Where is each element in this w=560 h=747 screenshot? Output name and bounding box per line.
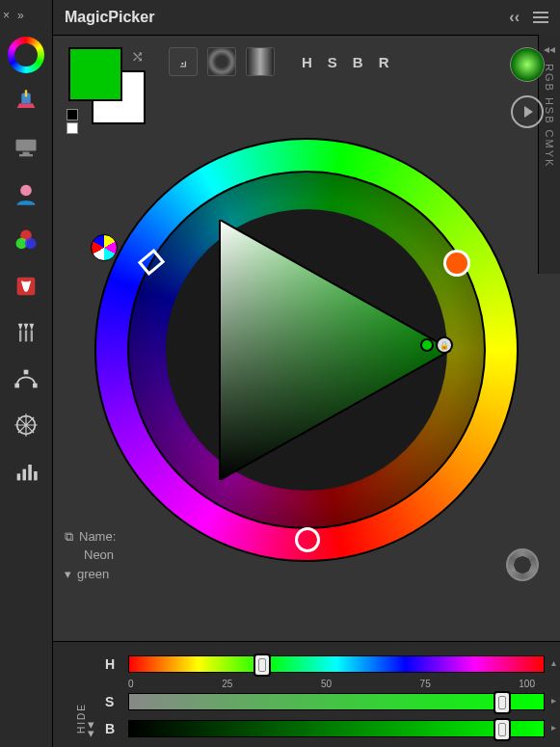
svg-rect-3 (19, 154, 33, 156)
color-scheme-pie-icon[interactable] (91, 234, 118, 261)
hue-slider[interactable] (128, 655, 545, 673)
slider-panel: HIDE ▾▾ H ▴ 0255075100 S ▸ B (53, 641, 560, 747)
color-name-1: Neon (65, 546, 116, 565)
hide-arrows-icon[interactable]: ▾▾ (88, 720, 94, 737)
mode-s-button[interactable]: S (328, 54, 337, 70)
svg-marker-21 (220, 220, 451, 480)
collapse-name-icon[interactable]: ▾ (65, 565, 71, 584)
rgb-circles-icon[interactable] (6, 220, 46, 260)
svg-point-7 (25, 238, 37, 250)
sb-triangle[interactable] (162, 220, 451, 480)
svg-rect-12 (14, 384, 19, 388)
hue-handle[interactable] (253, 654, 271, 677)
wheel-bottom-marker[interactable] (295, 527, 320, 552)
slider-ticks: 0255075100 (128, 679, 545, 689)
svg-rect-13 (33, 384, 38, 388)
lock-icon[interactable]: 🔒 (420, 336, 453, 354)
copy-icon[interactable]: ⧉ (65, 527, 73, 547)
bars-icon[interactable] (6, 451, 46, 492)
expand-icon[interactable]: » (17, 9, 24, 22)
svg-rect-19 (34, 471, 38, 480)
swap-colors-icon[interactable]: ⤭ (131, 47, 144, 66)
svg-rect-2 (23, 152, 30, 154)
screen-icon[interactable] (6, 127, 46, 168)
gamut-glow-button[interactable] (510, 47, 545, 82)
menu-icon[interactable] (533, 12, 548, 23)
svg-rect-11 (31, 331, 33, 342)
bri-handle[interactable] (493, 718, 511, 741)
sat-arrow-icon[interactable]: ▸ (551, 695, 556, 706)
magic-hat-icon[interactable] (6, 81, 46, 121)
complement-marker[interactable] (443, 250, 470, 277)
play-button[interactable] (511, 95, 544, 128)
panel-header: MagicPicker ‹‹ (53, 0, 560, 36)
main-panel: MagicPicker ‹‹ ◂◂ RGB HSB CMYK ⤭ (53, 0, 560, 747)
ring-mode-button[interactable] (207, 47, 236, 76)
svg-rect-1 (16, 140, 37, 151)
color-schemes-button[interactable] (506, 548, 539, 581)
svg-rect-0 (25, 90, 27, 96)
svg-rect-17 (23, 469, 27, 481)
app-logo-ring-icon[interactable] (8, 37, 44, 73)
mode-r-button[interactable]: R (379, 54, 389, 70)
svg-rect-18 (28, 465, 32, 480)
mode-h-button[interactable]: H (302, 54, 312, 70)
hue-slider-label: H (105, 656, 119, 672)
strip-mode-button[interactable] (246, 47, 275, 76)
foreground-swatch[interactable] (68, 47, 122, 101)
bri-slider-label: B (105, 721, 119, 736)
brushes-icon[interactable] (6, 312, 46, 353)
color-name-block: ⧉Name: Neon ▾green (65, 527, 116, 584)
svg-rect-16 (17, 473, 21, 480)
bri-arrow-icon[interactable]: ▸ (551, 722, 556, 733)
saturation-slider[interactable] (128, 693, 545, 710)
sat-slider-label: S (105, 694, 119, 709)
mode-b-button[interactable]: B (353, 54, 363, 70)
hide-label[interactable]: HIDE (76, 703, 87, 734)
bezier-icon[interactable] (6, 359, 46, 399)
svg-rect-9 (19, 331, 21, 342)
color-wheel[interactable]: 🔒 (94, 138, 519, 562)
panel-title: MagicPicker (65, 9, 154, 26)
color-name-2: green (77, 565, 109, 584)
close-icon[interactable]: × (3, 9, 10, 22)
svg-rect-14 (24, 370, 29, 375)
brightness-slider[interactable] (128, 720, 545, 737)
link-mode-button[interactable]: ⟓ (169, 47, 198, 76)
wheel-compass-icon[interactable] (6, 405, 46, 445)
color-swatches[interactable]: ⤭ (68, 47, 146, 117)
portrait-icon[interactable] (6, 173, 46, 214)
script-icon[interactable] (6, 266, 46, 307)
svg-point-4 (20, 185, 32, 197)
hue-arrow-icon[interactable]: ▴ (551, 657, 556, 668)
history-back-icon[interactable]: ‹‹ (509, 9, 520, 26)
name-label: Name: (79, 527, 116, 547)
left-toolbar: × » (0, 0, 53, 747)
mini-swatch-icon[interactable] (67, 109, 78, 134)
sat-handle[interactable] (493, 691, 511, 714)
svg-rect-10 (25, 331, 27, 342)
